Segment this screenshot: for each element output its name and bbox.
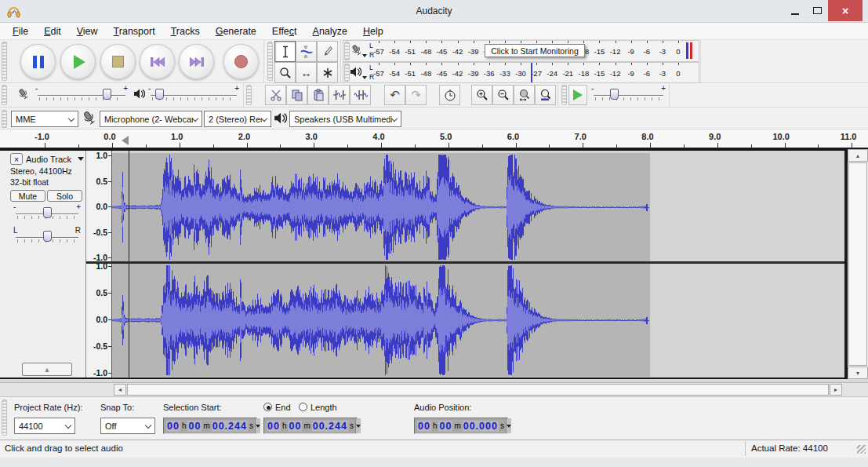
time-digits[interactable]: 00 [187,421,202,432]
time-digits[interactable]: 00.244 [212,421,248,432]
undo-button[interactable]: ↶ [384,85,405,105]
selection-toolbar-grabber[interactable] [2,400,7,436]
sync-lock-button[interactable] [439,85,460,105]
zoom-in-button[interactable] [471,85,492,105]
skip-to-end-button[interactable] [179,44,214,79]
playback-device-select[interactable]: Speakers (USB Multimedia Aud [289,111,401,127]
menu-item-tracks[interactable]: Tracks [163,24,208,39]
zoom-out-button[interactable] [492,85,514,105]
time-digits[interactable]: 00 [166,421,180,432]
time-field-dropdown[interactable] [506,418,511,433]
menu-item-view[interactable]: View [69,24,106,39]
snap-to-select[interactable]: Off [100,418,155,434]
waveform-channel-right[interactable] [112,264,650,377]
recording-channels-select[interactable]: 2 (Stereo) Record [204,111,271,127]
track-gain-slider[interactable]: - + [14,205,80,221]
paste-button[interactable] [307,85,329,105]
menu-item-file[interactable]: File [5,24,36,39]
play-at-speed-button[interactable] [568,85,587,105]
redo-button[interactable]: ↷ [405,85,427,105]
scroll-up-button[interactable]: ▲ [848,149,868,162]
play-position-marker[interactable] [122,136,129,145]
time-shift-tool-button[interactable]: ↔ [296,62,317,83]
resize-grip[interactable] [857,445,866,454]
zoom-tool-button[interactable] [274,62,296,83]
track-title-menu[interactable]: Audio Track [26,153,84,165]
time-digits[interactable]: 00 [417,421,431,432]
recording-volume-slider[interactable]: - + [36,86,127,102]
time-digits[interactable]: 00.000 [463,421,499,432]
stop-button[interactable] [100,44,136,79]
meter-dropdown-icon[interactable] [362,76,367,79]
fit-project-button[interactable] [535,85,556,105]
menu-item-generate[interactable]: Generate [208,24,264,39]
timeline-ruler[interactable]: -1.00.01.02.03.04.05.06.07.08.09.010.011… [0,130,868,149]
radio-length-label[interactable]: Length [311,403,337,412]
slider-thumb[interactable] [43,207,52,218]
multi-tool-button[interactable] [317,62,338,83]
copy-button[interactable] [286,85,307,105]
envelope-tool-button[interactable] [296,41,317,62]
slider-thumb[interactable] [103,89,111,100]
tools-toolbar-grabber[interactable] [267,42,273,81]
slider-thumb[interactable] [43,231,52,242]
track-collapse-button[interactable]: ▲ [22,363,72,376]
draw-tool-button[interactable] [317,41,338,62]
menu-item-analyze[interactable]: Analyze [305,24,355,39]
audio-position-field[interactable]: 00h00m00.000s [414,418,508,434]
title-bar[interactable]: Audacity × [0,0,868,23]
time-digits[interactable]: 00 [438,421,452,432]
track-close-button[interactable]: × [10,153,23,165]
slider-thumb[interactable] [610,89,619,100]
time-digits[interactable]: 00 [288,421,302,432]
radio-length[interactable] [299,403,307,411]
transport-toolbar-grabber[interactable] [2,42,7,81]
playback-volume-slider[interactable]: - + [149,86,238,102]
close-button[interactable]: × [828,0,863,21]
monitoring-tooltip[interactable]: Click to Start Monitoring [485,44,585,57]
meter-dropdown-icon[interactable] [362,54,367,57]
project-rate-select[interactable]: 44100 [14,418,75,434]
solo-button[interactable]: Solo [47,190,82,202]
audio-host-select[interactable]: MME [11,111,78,127]
slider-thumb[interactable] [155,89,164,100]
track-pan-slider[interactable]: L R [14,228,80,244]
edit-toolbar-grabber[interactable] [246,85,252,105]
time-digits[interactable]: 00 [267,421,281,432]
horizontal-scroll-thumb[interactable] [127,384,829,396]
trim-audio-button[interactable] [329,85,350,105]
menu-item-effect[interactable]: Effect [264,24,305,39]
cut-button[interactable] [265,85,286,105]
waveform-channel-left[interactable] [112,153,650,261]
mute-button[interactable]: Mute [10,190,45,202]
skip-to-start-button[interactable] [140,44,175,79]
record-button[interactable] [223,44,259,79]
time-field-dropdown[interactable] [355,418,361,433]
maximize-button[interactable] [806,0,828,21]
radio-end[interactable] [263,403,272,411]
device-toolbar-grabber[interactable] [2,110,7,128]
time-digits[interactable]: 00.244 [312,421,348,432]
pause-button[interactable] [20,44,56,79]
play-button[interactable] [60,44,96,79]
mixer-toolbar-grabber[interactable] [2,85,7,105]
vertical-scroll-thumb[interactable] [848,162,867,366]
selection-start-field[interactable]: 00h00m00.244s [163,418,257,434]
playback-speed-slider[interactable]: - + [592,86,665,102]
menu-item-transport[interactable]: Transport [106,24,163,39]
radio-end-label[interactable]: End [275,403,291,412]
minimize-button[interactable] [784,0,806,21]
menu-item-edit[interactable]: Edit [36,24,69,39]
transcription-toolbar-grabber[interactable] [561,85,567,105]
silence-audio-button[interactable] [350,85,371,105]
time-field-dropdown[interactable] [255,418,260,433]
recording-meter-grabber[interactable] [344,42,350,60]
recording-device-select[interactable]: Microphone (2- Webcam C170 [100,111,202,127]
scroll-right-button[interactable]: ► [830,384,842,396]
scroll-down-button[interactable]: ▼ [848,367,868,379]
playback-meter-grabber[interactable] [344,64,350,82]
scroll-left-button[interactable]: ◄ [114,384,126,396]
fit-selection-button[interactable] [514,85,535,105]
menu-item-help[interactable]: Help [355,24,391,39]
selection-end-field[interactable]: 00h00m00.244s [263,418,358,434]
